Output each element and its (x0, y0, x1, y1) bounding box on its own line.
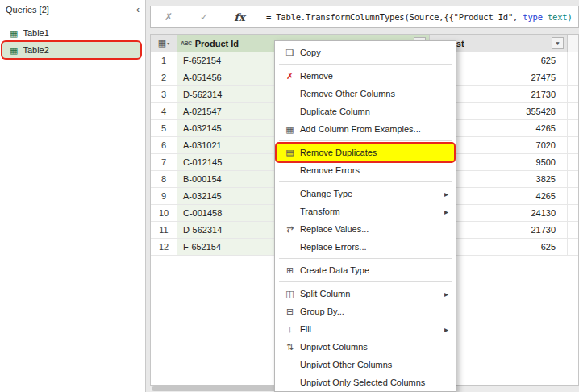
submenu-arrow-icon: ▸ (444, 190, 448, 198)
menu-item-label: Unpivot Columns (300, 342, 448, 352)
menu-separator (279, 281, 452, 282)
menu-item-remove-other-columns[interactable]: Remove Other Columns (277, 85, 454, 102)
menu-item-replace-errors[interactable]: Replace Errors... (277, 238, 454, 256)
menu-item-remove[interactable]: ✗Remove (277, 67, 454, 85)
menu-item-duplicate-column[interactable]: Duplicate Column (277, 102, 454, 120)
row-number[interactable]: 6 (151, 137, 177, 153)
menu-item-change-type[interactable]: Change Type▸ (277, 185, 454, 202)
context-menu: ❏Copy✗RemoveRemove Other ColumnsDuplicat… (274, 40, 456, 392)
select-all-corner[interactable]: ▦ ▾ (151, 35, 177, 52)
remove-icon: ✗ (280, 72, 300, 81)
menu-item-label: Change Type (300, 189, 444, 198)
queries-list: ▦Table1▦Table2 (0, 19, 145, 58)
column-header-label: Product Id (195, 39, 239, 48)
row-number[interactable]: 11 (151, 222, 177, 238)
cancel-formula-icon[interactable]: ✗ (151, 11, 186, 23)
menu-item-label: Replace Errors... (300, 242, 448, 252)
menu-item-replace-values[interactable]: ⇄Replace Values... (277, 220, 454, 238)
submenu-arrow-icon: ▸ (444, 207, 448, 216)
formula-bar-divider (260, 10, 260, 24)
filter-dropdown-icon[interactable]: ▾ (552, 37, 564, 49)
corner-dropdown-icon: ▾ (167, 40, 169, 46)
menu-item-label: Remove Other Columns (300, 89, 448, 98)
menu-item-label: Group By... (300, 307, 448, 316)
row-number[interactable]: 2 (151, 69, 177, 85)
table-icon: ▦ (10, 29, 18, 38)
menu-item-unpivot-other-columns[interactable]: Unpivot Other Columns (277, 356, 454, 373)
row-number[interactable]: 12 (151, 239, 177, 255)
menu-item-label: Remove Duplicates (300, 148, 448, 157)
split-column-icon: ◫ (280, 290, 300, 298)
menu-separator (279, 140, 452, 141)
unpivot-columns-icon: ⇅ (280, 343, 300, 352)
table-corner-icon: ▦ (158, 38, 166, 48)
commit-formula-icon[interactable]: ✓ (186, 11, 222, 23)
formula-segment: text) (543, 12, 573, 22)
queries-panel: Queries [2] ‹ ▦Table1▦Table2 (0, 0, 146, 392)
menu-item-label: Add Column From Examples... (300, 124, 448, 134)
menu-item-label: Remove Errors (300, 165, 448, 175)
group-by-icon: ⊟ (280, 307, 300, 316)
menu-item-label: Copy (300, 48, 448, 57)
copy-icon: ❏ (280, 48, 300, 57)
menu-item-label: Duplicate Column (300, 106, 448, 116)
menu-item-label: Remove (300, 71, 448, 81)
row-number[interactable]: 10 (151, 205, 177, 221)
menu-item-add-column-from-examples[interactable]: ▦Add Column From Examples... (277, 120, 454, 138)
menu-separator (279, 181, 452, 182)
row-number[interactable]: 3 (151, 86, 177, 102)
remove-duplicates-icon: ▤ (280, 148, 300, 157)
fx-icon: fx (222, 11, 257, 23)
menu-item-copy[interactable]: ❏Copy (277, 44, 454, 61)
menu-item-fill[interactable]: ↓Fill▸ (277, 320, 454, 338)
text-type-icon: ABC (181, 40, 192, 46)
menu-item-label: Replace Values... (300, 224, 448, 234)
formula-bar: ✗ ✓ fx = Table.TransformColumnTypes(Sour… (150, 6, 579, 28)
formula-input[interactable]: = Table.TransformColumnTypes(Source,{{"P… (263, 12, 578, 22)
row-number[interactable]: 9 (151, 188, 177, 204)
fill-icon: ↓ (280, 325, 300, 334)
replace-values-icon: ⇄ (280, 225, 300, 234)
menu-item-label: Unpivot Only Selected Columns (300, 377, 448, 387)
formula-segment: = Table.TransformColumnTypes(Source,{{"P… (266, 12, 523, 22)
collapse-panel-icon[interactable]: ‹ (136, 4, 140, 15)
menu-item-label: Transform (300, 206, 444, 216)
header-filler (568, 35, 578, 52)
add-column-from-examples-icon: ▦ (280, 125, 300, 134)
menu-separator (279, 64, 452, 65)
row-number[interactable]: 7 (151, 154, 177, 170)
row-number[interactable]: 5 (151, 120, 177, 136)
row-number[interactable]: 4 (151, 103, 177, 119)
query-item-table2[interactable]: ▦Table2 (2, 42, 140, 58)
submenu-arrow-icon: ▸ (444, 290, 448, 298)
menu-item-split-column[interactable]: ◫Split Column▸ (277, 285, 454, 302)
menu-item-remove-duplicates[interactable]: ▤Remove Duplicates (277, 144, 454, 161)
menu-item-label: Fill (300, 324, 444, 334)
queries-panel-header: Queries [2] ‹ (0, 0, 145, 19)
menu-item-label: Unpivot Other Columns (300, 360, 448, 369)
query-item-label: Table2 (23, 45, 48, 55)
table-icon: ▦ (10, 46, 18, 55)
query-item-table1[interactable]: ▦Table1 (2, 25, 140, 41)
row-number[interactable]: 8 (151, 171, 177, 187)
menu-item-group-by[interactable]: ⊟Group By... (277, 302, 454, 320)
menu-separator (279, 258, 452, 259)
menu-item-unpivot-only-selected-columns[interactable]: Unpivot Only Selected Columns (277, 373, 454, 391)
menu-item-remove-errors[interactable]: Remove Errors (277, 161, 454, 179)
menu-item-unpivot-columns[interactable]: ⇅Unpivot Columns (277, 338, 454, 356)
formula-segment: type (523, 12, 543, 22)
submenu-arrow-icon: ▸ (444, 325, 448, 334)
query-item-label: Table1 (23, 28, 48, 38)
create-data-type-icon: ⊞ (280, 266, 300, 275)
row-number[interactable]: 1 (151, 52, 177, 69)
menu-item-label: Create Data Type (300, 265, 448, 275)
menu-item-transform[interactable]: Transform▸ (277, 202, 454, 220)
menu-item-label: Split Column (300, 289, 444, 298)
menu-item-create-data-type[interactable]: ⊞Create Data Type (277, 261, 454, 279)
queries-panel-title: Queries [2] (6, 5, 49, 15)
